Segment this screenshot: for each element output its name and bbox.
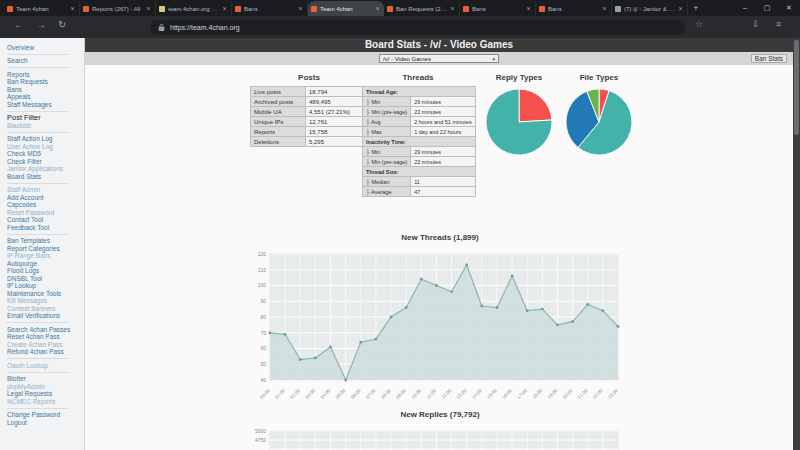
minimize-button[interactable]: – xyxy=(734,0,756,16)
sidebar-group: Change PasswordLogout xyxy=(7,409,68,429)
tab-close-icon[interactable]: × xyxy=(601,5,608,12)
tab-close-icon[interactable]: × xyxy=(145,5,152,12)
sidebar-link-staff-messages[interactable]: Staff Messages xyxy=(7,101,68,109)
sidebar-link-contest-banners[interactable]: Contest Banners xyxy=(7,305,68,313)
tab-title: Team 4chan xyxy=(320,6,372,12)
svg-text:07:00: 07:00 xyxy=(365,388,377,400)
browser-tab[interactable]: (7) /j/ - Janitor & Moderator× xyxy=(612,1,688,16)
sidebar-link-check-filter[interactable]: Check Filter xyxy=(7,158,68,166)
svg-text:06:00: 06:00 xyxy=(350,388,362,400)
row-value: 4,551 (27.21%) xyxy=(306,107,368,117)
sidebar-link-post-filter[interactable]: Post Filter xyxy=(7,114,68,122)
browser-tab[interactable]: Bans× xyxy=(232,1,308,16)
sidebar-link-reports[interactable]: Reports xyxy=(7,71,68,79)
sidebar-link-report-categories[interactable]: Report Categories xyxy=(7,245,68,253)
row-value: 29 minutes xyxy=(411,97,475,107)
new-tab-button[interactable]: + xyxy=(688,1,704,16)
sidebar-link-legal-requests[interactable]: Legal Requests xyxy=(7,390,68,398)
sidebar-link-create-4chan-pass[interactable]: Create 4chan Pass xyxy=(7,341,68,349)
browser-tab[interactable]: Team 4chan× xyxy=(308,1,384,16)
sidebar-link-search-4chan-passes[interactable]: Search 4chan Passes xyxy=(7,326,68,334)
sidebar-link-appeals[interactable]: Appeals xyxy=(7,93,68,101)
svg-text:09:00: 09:00 xyxy=(395,388,407,400)
tab-close-icon[interactable]: × xyxy=(449,5,456,12)
tab-close-icon[interactable]: × xyxy=(69,5,76,12)
sidebar-link-change-password[interactable]: Change Password xyxy=(7,411,68,419)
new-replies-title: New Replies (79,792) xyxy=(240,410,640,419)
sidebar-link-oauth-lookup[interactable]: Oauth Lookup xyxy=(7,362,68,370)
sidebar-link-ncmec-reports[interactable]: NCMEC Reports xyxy=(7,398,68,406)
back-icon[interactable]: ← xyxy=(14,19,24,30)
tab-favicon-icon xyxy=(159,6,165,12)
row-label: ├ Min (pre-sage) xyxy=(363,157,411,167)
menu-icon[interactable]: ≡ xyxy=(776,19,781,29)
sidebar-link-search[interactable]: Search xyxy=(7,57,68,65)
sidebar-link-reset-password[interactable]: Reset Password xyxy=(7,209,68,217)
row-label: Unique IPs xyxy=(251,117,306,127)
board-select[interactable]: /v/ - Video Games ▾ xyxy=(379,54,499,63)
svg-text:08:00: 08:00 xyxy=(380,388,392,400)
svg-text:21:00: 21:00 xyxy=(577,388,589,400)
browser-tab[interactable]: Bans× xyxy=(536,1,612,16)
sidebar-link-contact-tool[interactable]: Contact Tool xyxy=(7,216,68,224)
page-scrollbar[interactable] xyxy=(793,38,800,450)
sidebar-link-blotter[interactable]: Blotter xyxy=(7,375,68,383)
table-row: ├ Min29 minutes xyxy=(363,147,476,157)
tab-close-icon[interactable]: × xyxy=(221,5,228,12)
tab-close-icon[interactable]: × xyxy=(297,5,304,12)
table-row: Unique IPs12,761 xyxy=(251,117,368,127)
sidebar-link-maintenance-tools[interactable]: Maintenance Tools xyxy=(7,290,68,298)
sidebar-link-autopurge[interactable]: Autopurge xyxy=(7,260,68,268)
sidebar-link-staff-admin[interactable]: Staff Admin xyxy=(7,186,68,194)
sidebar-link-dnsbl-tool[interactable]: DNSBL Tool xyxy=(7,275,68,283)
tab-favicon-icon xyxy=(7,6,13,12)
sidebar-link-user-action-log[interactable]: User Action Log xyxy=(7,143,68,151)
section-header-row: Thread Size: xyxy=(363,167,476,177)
sidebar-link-feedback-tool[interactable]: Feedback Tool xyxy=(7,224,68,232)
sidebar-link-logout[interactable]: Logout xyxy=(7,419,68,427)
reply-types-title: Reply Types xyxy=(483,73,555,82)
sidebar-group: Overview xyxy=(7,41,68,55)
forward-icon[interactable]: → xyxy=(36,19,46,30)
maximize-button[interactable]: ▢ xyxy=(756,0,778,16)
table-row: ├ Max1 day and 22 hours xyxy=(363,127,476,137)
tab-close-icon[interactable]: × xyxy=(677,5,684,12)
svg-text:110: 110 xyxy=(258,267,266,273)
browser-tab[interactable]: Bans× xyxy=(460,1,536,16)
sidebar-link-capcodes[interactable]: Capcodes xyxy=(7,201,68,209)
close-button[interactable]: ✕ xyxy=(778,0,800,16)
browser-tab[interactable]: Team 4chan× xyxy=(4,1,80,16)
sidebar-link-reset-4chan-pass[interactable]: Reset 4chan Pass xyxy=(7,333,68,341)
sidebar-link-janitor-applications[interactable]: Janitor Applications xyxy=(7,165,68,173)
ban-stats-button[interactable]: Ban Stats xyxy=(751,54,787,63)
sidebar-link-bans[interactable]: Bans xyxy=(7,86,68,94)
browser-tab[interactable]: team.4chan.org / admin× xyxy=(156,1,232,16)
sidebar-link-ip-range-bans[interactable]: IP Range Bans xyxy=(7,252,68,260)
tab-close-icon[interactable]: × xyxy=(525,5,532,12)
download-icon[interactable]: ⇩ xyxy=(752,19,760,29)
sidebar-link-ip-lookup[interactable]: IP Lookup xyxy=(7,282,68,290)
sidebar-link-staff-action-log[interactable]: Staff Action Log xyxy=(7,135,68,143)
row-label: Live posts xyxy=(251,87,306,97)
reply-types-figure: Reply Types xyxy=(483,73,555,158)
sidebar-link-flood-logs[interactable]: Flood Logs xyxy=(7,267,68,275)
sidebar-link-ban-requests[interactable]: Ban Requests xyxy=(7,78,68,86)
sidebar-link-board-stats[interactable]: Board Stats xyxy=(7,173,68,181)
browser-tab[interactable]: Ban Requests (26) - All× xyxy=(384,1,460,16)
sidebar-link-add-account[interactable]: Add Account xyxy=(7,194,68,202)
table-row: Archived posts489,495 xyxy=(251,97,368,107)
sidebar-link-ban-templates[interactable]: Ban Templates xyxy=(7,237,68,245)
sidebar-link-email-verifications[interactable]: Email Verifications xyxy=(7,312,68,320)
reload-icon[interactable]: ↻ xyxy=(58,19,66,30)
sidebar-link-phpmyadmin[interactable]: phpMyAdmin xyxy=(7,383,68,391)
sidebar-link-overview[interactable]: Overview xyxy=(7,44,68,52)
browser-tab[interactable]: Reports (267) - All× xyxy=(80,1,156,16)
bookmark-star-icon[interactable]: ☆ xyxy=(695,19,703,29)
sidebar-link-kill-messages[interactable]: Kill Messages xyxy=(7,297,68,305)
tab-close-icon[interactable]: × xyxy=(374,5,381,12)
sidebar-link-check-md5[interactable]: Check MD5 xyxy=(7,150,68,158)
scrollbar-thumb[interactable] xyxy=(794,40,799,135)
sidebar-link-refund-4chan-pass[interactable]: Refund 4chan Pass xyxy=(7,348,68,356)
sidebar-link-blacklist[interactable]: Blacklist xyxy=(7,122,68,130)
url-field[interactable]: https://team.4chan.org xyxy=(150,20,685,35)
